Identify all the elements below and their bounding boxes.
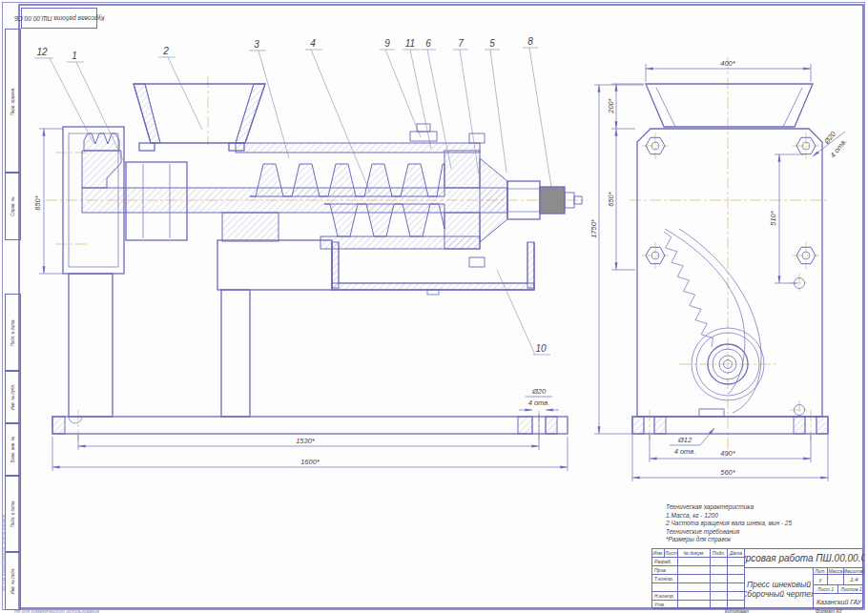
press-nut xyxy=(540,187,565,214)
front-thin-lines xyxy=(644,88,816,434)
base-hatch-2 xyxy=(518,417,532,434)
margin-box-podp-data-2: Подп. и дата xyxy=(5,475,21,553)
top-left-stamp: Курсовая работа ПШ.00.00.СБ xyxy=(21,8,97,29)
tb-lit-label: Лит. xyxy=(814,568,828,575)
flange-right-upper xyxy=(444,151,480,188)
guard-curve-1 xyxy=(665,229,745,394)
callout-3: 3 xyxy=(254,39,259,50)
main-thin-lines xyxy=(69,84,546,434)
tb-row-prov: Пров. xyxy=(652,566,678,575)
dim-main-height: 650* xyxy=(33,194,42,211)
flange-left-lower xyxy=(222,213,279,241)
dim-main-length-total: 1600* xyxy=(300,458,320,466)
main-outlines xyxy=(52,84,582,434)
dim-main-hole-count: 4 отв. xyxy=(528,398,550,407)
dim-front-top-width: 400* xyxy=(720,59,736,68)
front-base-hatch xyxy=(632,417,828,434)
callout-9: 9 xyxy=(384,38,390,49)
tech-specs-line: 2.Частота вращения вала шнека, мин - 25 xyxy=(666,520,857,528)
left-leg xyxy=(69,274,113,417)
callout-1: 1 xyxy=(72,51,77,61)
dim-main-length-inner: 1530* xyxy=(296,437,316,445)
press-cone xyxy=(480,158,507,242)
main-sectioned-parts xyxy=(52,84,557,434)
tb-title: Пресс шнековый Сборочный чертеж xyxy=(745,568,814,609)
centerlines-main xyxy=(46,76,588,440)
tb-col-podp: Подп. xyxy=(711,549,728,558)
dim-front-total-height: 1750* xyxy=(589,218,598,238)
margin-box-inv-podl: Инв. № подл. xyxy=(5,551,21,610)
front-bolts xyxy=(646,137,816,415)
callout-10: 10 xyxy=(535,343,547,354)
drawing-sheet: 12 1 2 3 4 9 11 6 7 5 8 10 650* 1530* xyxy=(0,0,868,613)
tb-scale-label: Масштаб xyxy=(844,568,864,575)
dim-front-foot-dia: Ø12 xyxy=(677,436,692,444)
stud-bottom xyxy=(469,257,485,267)
tb-organization: Казанский ГАУ xyxy=(814,594,864,609)
front-hopper xyxy=(646,84,813,127)
tb-mass-label: Масса xyxy=(828,568,844,575)
hopper-flange-l xyxy=(139,143,155,151)
pulley-hub xyxy=(82,151,121,188)
margin-box-perv-primen: Перв. примен. xyxy=(5,29,21,174)
tray-wall-bottom xyxy=(332,283,534,290)
guard-foot xyxy=(699,409,724,417)
callout-6: 6 xyxy=(425,38,431,49)
flange-right-lower xyxy=(444,213,480,249)
copy-label: Копировал xyxy=(725,608,749,613)
tb-col-izm: Изм. xyxy=(652,549,665,558)
margin-box-inv-dubl: Инв. № дубл. xyxy=(5,370,21,424)
tb-row-nkontr: Н.контр. xyxy=(652,592,678,601)
tb-mass-value xyxy=(828,575,844,585)
tech-specs-line: Техническая характеристика xyxy=(666,503,857,512)
dim-front-base-inner: 490* xyxy=(720,449,736,458)
tb-sheets: Листов 1 xyxy=(838,585,864,594)
watermark-left: Не для коммерческого использования xyxy=(2,515,7,591)
callout-11: 11 xyxy=(405,38,415,49)
tb-sheet: Лист 1 xyxy=(814,585,838,594)
gearbox-housing xyxy=(217,240,332,290)
callout-12: 12 xyxy=(36,47,48,57)
tech-specs-line: Технические требования xyxy=(666,528,857,537)
tb-row-utv: Утв. xyxy=(652,601,678,609)
tray-tab xyxy=(427,290,439,295)
screw-lower xyxy=(324,204,444,236)
barrel-top-wall xyxy=(236,143,480,153)
stud-top xyxy=(469,133,485,143)
margin-box-vzam-inv: Взам. инв. № xyxy=(5,422,21,477)
tb-lit-value: у xyxy=(814,575,828,585)
tb-col-data: Дата xyxy=(728,549,745,558)
watermark-bottom: Не для коммерческого использования xyxy=(14,608,99,613)
guard-curve-2 xyxy=(679,229,761,413)
format-label: Формат A3 xyxy=(816,608,841,613)
cover-detail-2 xyxy=(417,124,430,132)
dim-front-inner-height: 510* xyxy=(769,210,777,226)
tech-specs-line: *Размеры для справок xyxy=(666,536,857,544)
callout-2: 2 xyxy=(162,46,169,56)
base-hatch-3 xyxy=(546,417,557,434)
front-body xyxy=(637,129,822,417)
title-block: Изм. Лист № докум. Подп. Дата Разраб. Пр… xyxy=(651,548,863,608)
callout-5: 5 xyxy=(489,38,495,49)
main-view: 12 1 2 3 4 9 11 6 7 5 8 10 650* 1530* xyxy=(33,36,588,471)
margin-box-sprav-no: Справ. № xyxy=(5,172,21,240)
cover-detail-1 xyxy=(410,132,437,141)
tb-title-line1: Пресс шнековый xyxy=(747,580,811,589)
hopper-wall-right xyxy=(236,84,265,143)
callout-8: 8 xyxy=(527,36,533,47)
tech-specs: Техническая характеристика 1.Масса, кг -… xyxy=(666,503,857,544)
dim-front-foot-count: 4 отв. xyxy=(674,447,696,456)
screw-upper xyxy=(250,164,444,196)
hopper-wall-left xyxy=(134,84,160,143)
base-plate xyxy=(52,417,568,434)
tray-wall-left xyxy=(332,242,339,288)
callout-7: 7 xyxy=(458,38,464,49)
tray-wall-right xyxy=(527,242,534,288)
tb-col-list: Лист xyxy=(665,549,678,558)
callout-4: 4 xyxy=(310,38,316,49)
tb-scale-value: 1:4 xyxy=(844,575,864,585)
dim-front-hopper-height: 200* xyxy=(607,97,615,114)
tb-row-tkontr: Т.контр. xyxy=(652,575,678,583)
tb-title-line2: Сборочный чертеж xyxy=(745,589,814,599)
pulley-grooves xyxy=(84,133,119,151)
